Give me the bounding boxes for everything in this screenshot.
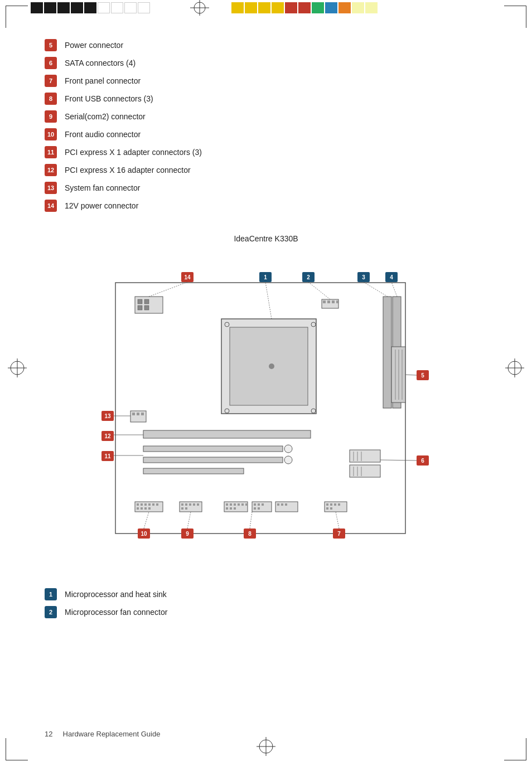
legend-list-1-2: 1 Microprocessor and heat sink 2 Micropr… — [45, 588, 487, 618]
svg-rect-102 — [193, 503, 195, 506]
svg-rect-114 — [241, 503, 244, 506]
svg-text:1: 1 — [264, 274, 267, 280]
svg-line-131 — [250, 512, 252, 529]
badge-1b: 1 — [45, 588, 57, 600]
svg-rect-116 — [226, 507, 228, 510]
svg-rect-93 — [144, 507, 147, 510]
svg-rect-109 — [224, 502, 248, 512]
badge-2b: 2 — [45, 606, 57, 618]
svg-line-108 — [187, 512, 191, 529]
crosshair-left — [8, 358, 27, 377]
svg-line-42 — [308, 282, 330, 299]
legend-item-1: 1 Microprocessor and heat sink — [45, 588, 487, 600]
badge-13: 13 — [45, 182, 57, 194]
svg-point-66 — [284, 445, 292, 453]
svg-text:14: 14 — [184, 274, 191, 280]
legend-text-6: SATA connectors (4) — [65, 59, 136, 67]
top-strip — [0, 0, 532, 16]
svg-rect-117 — [230, 507, 232, 510]
crosshair-right — [505, 358, 524, 377]
svg-rect-57 — [141, 413, 144, 415]
badge-12: 12 — [45, 164, 57, 176]
svg-text:3: 3 — [362, 274, 365, 280]
legend-item-14: 14 12V power connector — [45, 200, 487, 212]
svg-rect-69 — [143, 468, 244, 474]
svg-rect-40 — [332, 300, 335, 303]
svg-text:12: 12 — [104, 433, 111, 439]
svg-rect-56 — [137, 413, 139, 415]
main-content: 5 Power connector 6 SATA connectors (4) … — [0, 0, 532, 674]
svg-rect-135 — [334, 503, 336, 506]
svg-rect-26 — [138, 306, 142, 310]
svg-line-45 — [364, 282, 388, 297]
svg-rect-126 — [277, 503, 279, 506]
svg-rect-132 — [325, 502, 347, 512]
svg-rect-43 — [383, 297, 391, 408]
badge-11: 11 — [45, 146, 57, 158]
svg-rect-73 — [350, 450, 380, 462]
svg-rect-87 — [144, 503, 147, 506]
svg-rect-55 — [132, 413, 135, 415]
svg-line-28 — [149, 282, 187, 297]
legend-item-6: 6 SATA connectors (4) — [45, 57, 487, 69]
legend-text-10: Front audio connector — [65, 130, 141, 139]
svg-text:9: 9 — [186, 531, 189, 537]
legend-text-9: Serial(com2) connector — [65, 112, 146, 121]
diagram-title: IdeaCentre K330B — [45, 234, 487, 243]
svg-rect-128 — [285, 503, 287, 506]
svg-text:2: 2 — [307, 274, 310, 280]
page-footer: 12 Hardware Replacement Guide — [45, 730, 160, 738]
svg-line-53 — [405, 375, 417, 375]
svg-rect-133 — [326, 503, 328, 506]
svg-rect-99 — [181, 503, 183, 506]
crosshair-bottom — [257, 737, 275, 756]
strip-right — [231, 2, 379, 13]
svg-rect-105 — [185, 507, 187, 510]
svg-rect-125 — [275, 502, 298, 512]
svg-rect-65 — [143, 446, 283, 452]
svg-text:11: 11 — [104, 453, 111, 459]
badge-8: 8 — [45, 93, 57, 105]
badge-5: 5 — [45, 39, 57, 51]
svg-rect-136 — [338, 503, 340, 506]
badge-7: 7 — [45, 75, 57, 87]
legend-text-1: Microprocessor and heat sink — [65, 590, 167, 599]
svg-rect-86 — [141, 503, 143, 506]
diagram-container: 14 1 2 3 4 — [82, 252, 450, 571]
footer-page-num: 12 — [45, 730, 52, 738]
svg-text:7: 7 — [337, 531, 341, 537]
badge-6: 6 — [45, 57, 57, 69]
legend-text-2: Microprocessor fan connector — [65, 608, 167, 617]
legend-item-2: 2 Microprocessor fan connector — [45, 606, 487, 618]
svg-rect-124 — [258, 507, 260, 510]
badge-9: 9 — [45, 110, 57, 123]
svg-rect-61 — [143, 430, 311, 438]
svg-rect-137 — [326, 507, 328, 510]
legend-text-14: 12V power connector — [65, 201, 138, 210]
svg-text:6: 6 — [421, 458, 424, 464]
corner-mark-bl — [6, 738, 28, 760]
svg-line-83 — [380, 460, 417, 460]
svg-rect-138 — [330, 507, 332, 510]
footer-title: Hardware Replacement Guide — [63, 730, 161, 738]
svg-rect-38 — [323, 300, 326, 303]
legend-text-12: PCI express X 16 adapter connector — [65, 166, 191, 174]
svg-rect-120 — [254, 503, 256, 506]
svg-rect-25 — [144, 299, 149, 304]
svg-rect-112 — [234, 503, 236, 506]
svg-rect-111 — [230, 503, 232, 506]
legend-item-12: 12 PCI express X 16 adapter connector — [45, 164, 487, 176]
legend-item-11: 11 PCI express X 1 adapter connectors (3… — [45, 146, 487, 158]
svg-rect-115 — [245, 503, 248, 506]
svg-rect-98 — [180, 502, 202, 512]
svg-rect-122 — [262, 503, 264, 506]
svg-rect-90 — [156, 503, 158, 506]
svg-rect-100 — [185, 503, 187, 506]
svg-rect-84 — [135, 502, 163, 512]
svg-rect-101 — [189, 503, 191, 506]
legend-text-5: Power connector — [65, 41, 123, 50]
svg-line-46 — [391, 282, 397, 297]
legend-item-10: 10 Front audio connector — [45, 128, 487, 140]
legend-text-13: System fan connector — [65, 183, 140, 192]
svg-rect-121 — [258, 503, 260, 506]
